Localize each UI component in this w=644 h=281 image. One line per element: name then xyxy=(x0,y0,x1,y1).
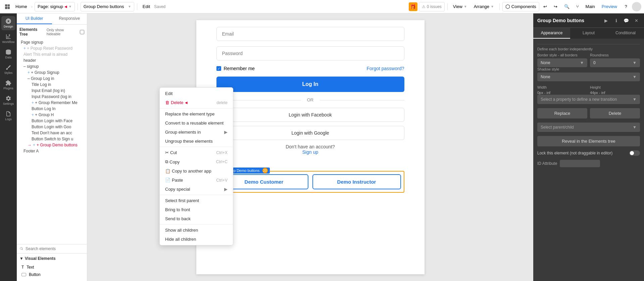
grid-icon[interactable] xyxy=(3,2,12,11)
ctx-copy-special[interactable]: Copy special ▶ xyxy=(160,185,233,194)
ctx-copy[interactable]: ⧉ Copy Ctrl+C xyxy=(160,157,233,167)
google-login-button[interactable]: Login with Google xyxy=(216,126,404,140)
tab-ui-builder[interactable]: UI Builder xyxy=(17,13,52,24)
tree-item-group-remember[interactable]: + + Group Remember Me xyxy=(19,100,84,106)
signup-link[interactable]: Sign up xyxy=(302,149,318,155)
ve-item-text[interactable]: T Text xyxy=(19,264,84,271)
sidebar-item-workflow[interactable]: Workflow xyxy=(1,32,15,46)
email-input[interactable] xyxy=(216,27,404,41)
remember-me-label[interactable]: Remember me xyxy=(216,66,255,71)
components-button[interactable]: ⬡ Components xyxy=(502,2,539,11)
tree-item-input-password[interactable]: Input Password (log in xyxy=(19,94,84,100)
shadow-select[interactable]: None ▼ xyxy=(537,73,640,81)
tree-item-page-signup[interactable]: Page signup xyxy=(19,39,84,45)
sidebar-item-data[interactable]: Data xyxy=(1,47,15,61)
ctx-show-children[interactable]: Show all children xyxy=(160,226,233,235)
search-input[interactable] xyxy=(26,246,84,251)
issues-button[interactable]: ⚠ 0 issues xyxy=(419,2,445,11)
replace-button[interactable]: Replace xyxy=(537,108,587,119)
tab-appearance[interactable]: Appearance xyxy=(533,28,570,39)
ctx-copy-to-app[interactable]: 📋 Copy to another app xyxy=(160,167,233,176)
tree-item-alert[interactable]: Alert This email is alread xyxy=(19,51,84,57)
shadow-select-arrow: ▼ xyxy=(633,75,637,79)
only-hideable-checkbox[interactable] xyxy=(80,30,84,34)
ctx-edit[interactable]: Edit xyxy=(160,89,233,98)
tree-item-button-login[interactable]: Button Log In xyxy=(19,106,84,112)
ctx-group-elements[interactable]: Group elements in ▶ xyxy=(160,128,233,137)
page-selector[interactable]: Page: signup ◀ ▼ xyxy=(35,2,75,11)
ctx-bring-front[interactable]: Bring to front xyxy=(160,205,233,214)
ctx-cut[interactable]: ✂ Cut Ctrl+X xyxy=(160,148,233,157)
tree-item-header[interactable]: header xyxy=(19,57,84,63)
home-button[interactable]: Home xyxy=(13,4,29,9)
tab-layout[interactable]: Layout xyxy=(570,28,607,39)
id-input[interactable] xyxy=(560,160,600,167)
tree-item-title-login[interactable]: Title Log in xyxy=(19,82,84,88)
sidebar-item-styles[interactable]: Styles xyxy=(1,62,15,77)
search-button[interactable]: 🔍 xyxy=(561,2,572,11)
password-input[interactable] xyxy=(216,46,404,60)
forgot-password-link[interactable]: Forgot password? xyxy=(366,66,404,71)
branch-button[interactable]: ⑂ xyxy=(574,2,582,11)
ctx-hide-children[interactable]: Hide all children xyxy=(160,235,233,244)
remember-checkbox[interactable] xyxy=(216,66,221,71)
sidebar-item-logs[interactable]: Logs xyxy=(1,109,15,123)
ctx-delete[interactable]: 🗑 Delete ◀ delete xyxy=(160,98,233,107)
reveal-button[interactable]: Reveal in the Elements tree xyxy=(537,136,640,146)
tree-item-group-h[interactable]: + + Group H xyxy=(19,112,84,118)
arrange-button[interactable]: Arrange ▼ xyxy=(471,2,497,11)
ve-item-button[interactable]: Button xyxy=(19,271,84,278)
undo-button[interactable]: ↩ xyxy=(541,2,550,11)
sidebar-item-plugins[interactable]: Plugins xyxy=(1,78,15,92)
tree-item-footer[interactable]: Footer A xyxy=(19,148,84,154)
ctx-send-back[interactable]: Send to back xyxy=(160,214,233,223)
tree-item-btn-switch[interactable]: Button Switch to Sign u xyxy=(19,136,84,142)
delete-button[interactable]: Delete xyxy=(590,108,640,119)
lock-toggle[interactable] xyxy=(629,150,640,156)
edit-button[interactable]: Edit xyxy=(140,2,153,11)
main-selector[interactable]: Main xyxy=(583,2,598,11)
tree-item-popup-reset[interactable]: + + Popup Reset Password xyxy=(19,45,84,51)
width-height-row: Width 0px - inf Height 44px - inf xyxy=(537,85,640,95)
transition-select[interactable]: Select a property to define a new transi… xyxy=(537,95,640,104)
ctx-replace-type[interactable]: Replace the element type xyxy=(160,109,233,119)
tree-item-btn-facebook[interactable]: Button Login with Face xyxy=(19,118,84,124)
tree-item-btn-google[interactable]: Button Login with Goo xyxy=(19,124,84,130)
tree-item-group-demo[interactable]: → + + Group Demo buttons xyxy=(19,142,84,148)
parent-child-select[interactable]: Select parent/child ▼ xyxy=(537,123,640,132)
text-icon: T xyxy=(21,265,24,270)
facebook-login-button[interactable]: Login with Facebook xyxy=(216,108,404,122)
tree-item-group-signup[interactable]: + + Group Signup xyxy=(19,69,84,76)
redo-button[interactable]: ↪ xyxy=(551,2,560,11)
view-button[interactable]: View ▼ xyxy=(450,2,470,11)
tree-item-text-noaccount[interactable]: Text Don't have an acc xyxy=(19,130,84,136)
tree-item-signup[interactable]: – signup xyxy=(19,63,84,69)
ctx-paste[interactable]: 📄 Paste Ctrl+V xyxy=(160,176,233,185)
chat-icon[interactable]: 💬 xyxy=(623,17,630,24)
demo-group-container[interactable]: ⬡ Group Demo buttons 20 → Demo Customer … xyxy=(216,171,404,193)
preview-button[interactable]: Preview xyxy=(599,2,620,11)
ctx-ungroup[interactable]: Ungroup these elements xyxy=(160,137,233,146)
sidebar-item-settings[interactable]: Settings xyxy=(1,93,15,107)
close-icon[interactable]: ✕ xyxy=(633,17,640,24)
help-icon[interactable]: ? xyxy=(621,2,631,11)
ctx-select-parent[interactable]: Select first parent xyxy=(160,196,233,205)
search-bar[interactable] xyxy=(17,244,87,253)
sidebar-label-styles: Styles xyxy=(4,71,13,75)
gift-icon[interactable]: 🎁 xyxy=(409,2,417,11)
info-icon[interactable]: ℹ xyxy=(612,17,620,24)
border-style-select[interactable]: None ▼ xyxy=(537,58,587,67)
tree-item-group-login[interactable]: – Group Log in xyxy=(19,76,84,82)
sidebar-item-design[interactable]: Design xyxy=(1,16,15,30)
tab-conditional[interactable]: Conditional xyxy=(607,28,644,39)
play-icon[interactable]: ▶ xyxy=(602,17,610,24)
login-button[interactable]: Log In xyxy=(216,77,404,92)
group-selector[interactable]: Group Demo buttons ▼ xyxy=(81,2,134,11)
user-avatar[interactable] xyxy=(632,2,641,11)
only-hideable-toggle[interactable]: Only show hideable xyxy=(47,28,84,36)
demo-instructor-button[interactable]: Demo Instructor xyxy=(312,174,401,189)
ctx-convert-reusable[interactable]: Convert to a reusable element xyxy=(160,119,233,128)
tree-item-input-email[interactable]: Input Email (log in) xyxy=(19,88,84,94)
roundness-select[interactable]: 0 ▼ xyxy=(590,58,640,67)
tab-responsive[interactable]: Responsive xyxy=(52,13,87,24)
